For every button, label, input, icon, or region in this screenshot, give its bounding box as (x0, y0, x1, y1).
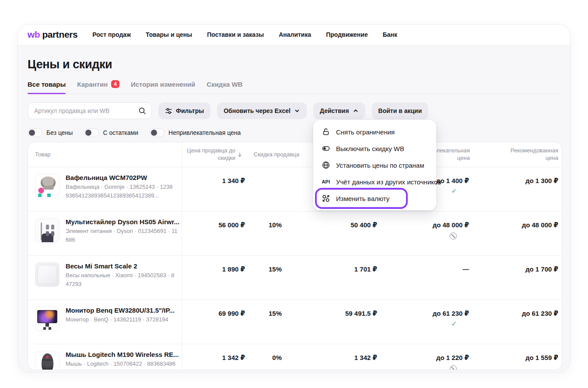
recommended-price-value: до 61 230 ₽ (470, 300, 562, 344)
product-subtitle: Монитор · BenQ · 143621119 · 3728194 (66, 315, 175, 324)
seller-price-value: 1 340 ₽ (182, 167, 247, 211)
menu-item-label: Выключить скидку WB (336, 145, 404, 152)
toggle-filter[interactable]: Без цены (28, 128, 73, 137)
api-icon: API (321, 179, 331, 184)
tab[interactable]: История изменений (131, 80, 195, 94)
update-excel-button[interactable]: Обновить через Excel (217, 102, 307, 119)
nav-item[interactable]: Продвижение (326, 31, 368, 38)
menu-item-change-currency[interactable]: Изменить валюту (317, 190, 433, 207)
table-row[interactable]: Мультистайлер Dyson HS05 Airwr... Элемен… (28, 211, 562, 255)
menu-item-remove-restrictions[interactable]: Снять ограничения (317, 123, 433, 140)
top-nav: wbpartners Рост продажТовары и ценыПоста… (18, 25, 570, 45)
toggle-switch[interactable] (84, 128, 99, 137)
tab[interactable]: Карантин 4 (77, 80, 119, 94)
join-promotions-label: Войти в акции (378, 107, 422, 114)
product-image (35, 262, 60, 287)
filters-label: Фильтры (176, 107, 204, 114)
tab[interactable]: Скидка WB (206, 80, 242, 94)
attractive-price-value: до 48 000 ₽ (433, 221, 469, 229)
filters-icon (165, 107, 172, 115)
product-cell: Вафельница WCM702PW Вафельница · Gorenje… (28, 167, 182, 211)
recommended-price-value: до 1 700 ₽ (470, 256, 562, 300)
table-body: Вафельница WCM702PW Вафельница · Gorenje… (28, 167, 562, 370)
nav-item[interactable]: Банк (383, 31, 397, 38)
currency-exchange-icon (321, 194, 331, 203)
nav-item[interactable]: Рост продаж (92, 31, 131, 38)
page-title: Цены и скидки (28, 58, 562, 71)
toggle-filter[interactable]: Непривлекательная цена (150, 128, 241, 137)
discounted-price-value: 59 491.5 ₽ (299, 300, 378, 344)
attractive-price-value: — (462, 265, 469, 273)
discounted-price-value: 1 342 ₽ (299, 344, 378, 370)
tab-label: История изменений (131, 81, 195, 88)
toggle-filters-row: Без цены С остатками Непривлекательная ц… (28, 128, 562, 137)
filters-button[interactable]: Фильтры (158, 102, 210, 119)
page-content: Цены и скидки Все товары Карантин 4 Исто… (18, 58, 570, 370)
toggle-switch[interactable] (28, 128, 42, 137)
discounted-price-value: 50 400 ₽ (299, 212, 378, 255)
search-input[interactable] (33, 107, 138, 115)
nav-item[interactable]: Товары и цены (146, 31, 192, 38)
sort-down-icon (237, 152, 242, 157)
product-title: Мышь Logitech M190 Wireless RE... (66, 351, 179, 358)
product-cell: Монитор Benq EW3280U/31.5"/IP... Монитор… (28, 300, 182, 344)
table-row[interactable]: Монитор Benq EW3280U/31.5"/IP... Монитор… (28, 300, 562, 344)
toggle-switch[interactable] (150, 128, 164, 137)
tab-label: Все товары (28, 81, 66, 88)
product-image (35, 174, 60, 198)
table-row[interactable]: Весы Mi Smart Scale 2 Весы напольные · X… (28, 255, 562, 300)
seller-discount-value: 10% (247, 212, 299, 255)
table-row[interactable]: Вафельница WCM702PW Вафельница · Gorenje… (28, 167, 562, 211)
toggle-label: Без цены (46, 129, 73, 136)
seller-price-value: 69 990 ₽ (182, 300, 247, 344)
product-subtitle: Вафельница · Gorenje · 13625143 · 123893… (66, 183, 175, 200)
seller-discount-value: 15% (247, 256, 299, 300)
app-window: wbpartners Рост продажТовары и ценыПоста… (18, 24, 570, 372)
seller-price-value: 56 000 ₽ (182, 212, 247, 255)
menu-item-set-prices-by-country[interactable]: Установить цены по странам (317, 157, 433, 173)
actions-menu: Снять ограничения Выключить скидку WB (313, 120, 436, 210)
attractive-price-cell: до 48 000 ₽ (378, 212, 470, 255)
attractive-price-cell: до 1 220 ₽ (378, 344, 470, 370)
column-header-seller-price[interactable]: Цена продавца до скидки (182, 142, 247, 167)
menu-item-label: Изменить валюту (336, 195, 389, 202)
toggle-label: С остатками (103, 129, 138, 136)
chevron-down-icon (294, 108, 300, 114)
seller-discount-value: 0% (247, 344, 299, 370)
product-subtitle: Мышь · Logitech · 150706422 · 883683486 (66, 360, 179, 368)
product-cell: Весы Mi Smart Scale 2 Весы напольные · X… (28, 256, 182, 300)
product-cell: Мышь Logitech M190 Wireless RE... Мышь ·… (28, 344, 182, 370)
toggle-knob (151, 130, 157, 136)
wb-partners-logo[interactable]: wbpartners (28, 29, 77, 40)
update-excel-label: Обновить через Excel (224, 107, 290, 114)
table-row[interactable]: Мышь Logitech M190 Wireless RE... Мышь ·… (28, 344, 562, 370)
attractive-price-value: до 61 230 ₽ (433, 310, 469, 317)
search-icon (138, 107, 146, 115)
tab[interactable]: Все товары (28, 80, 66, 94)
products-table: Товар Цена продавца до скидки Скидка про… (28, 142, 562, 370)
product-title: Весы Mi Smart Scale 2 (66, 262, 175, 270)
nav-item[interactable]: Поставки и заказы (207, 31, 264, 38)
menu-item-disable-wb-discount[interactable]: Выключить скидку WB (317, 140, 433, 157)
toggle-filter[interactable]: С остатками (84, 128, 138, 137)
toggle-icon (321, 144, 331, 153)
globe-icon (321, 161, 331, 169)
seller-discount-value (247, 167, 299, 211)
join-promotions-button[interactable]: Войти в акции (372, 102, 429, 119)
nav-item[interactable]: Аналитика (279, 31, 311, 38)
attractive-status-icon (451, 320, 457, 327)
table-header: Товар Цена продавца до скидки Скидка про… (28, 142, 562, 167)
menu-item-external-data[interactable]: API Учёт данных из других источников (317, 173, 433, 190)
attractive-price-cell: — (378, 256, 470, 300)
search-box (28, 102, 152, 119)
menu-item-label: Снять ограничения (336, 128, 395, 136)
product-subtitle: Весы напольные · Xiaomi · 194502583 · 84… (66, 271, 175, 288)
actions-label: Действия (320, 107, 349, 114)
actions-button[interactable]: Действия Снять ограничения (313, 102, 365, 119)
tab-label: Скидка WB (206, 81, 242, 88)
tab-label: Карантин (77, 81, 108, 88)
column-header-product: Товар (28, 142, 182, 167)
product-title: Мультистайлер Dyson HS05 Airwr... (66, 218, 179, 226)
seller-price-value: 1 342 ₽ (182, 344, 247, 370)
attractive-status-icon (450, 365, 457, 370)
